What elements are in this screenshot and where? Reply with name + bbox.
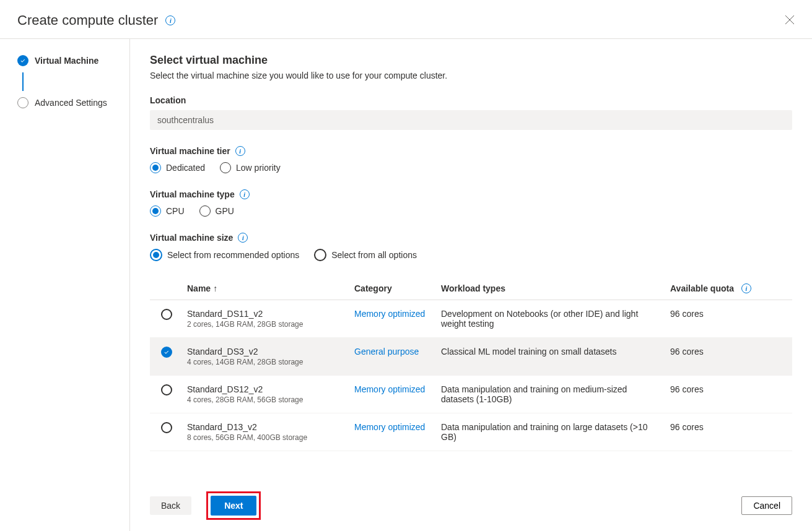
vm-specs: 4 cores, 28GB RAM, 56GB storage — [187, 395, 354, 404]
vm-specs: 4 cores, 14GB RAM, 28GB storage — [187, 358, 354, 366]
back-button[interactable]: Back — [150, 496, 191, 515]
modal-header: Create compute cluster i — [0, 0, 812, 39]
vm-category[interactable]: Memory optimized — [354, 422, 425, 432]
radio-label: Select from recommended options — [167, 250, 299, 260]
info-icon[interactable]: i — [235, 146, 245, 156]
section-subtitle: Select the virtual machine size you woul… — [150, 71, 792, 80]
radio-label: Dedicated — [166, 163, 205, 173]
size-option-recommended[interactable]: Select from recommended options — [150, 249, 299, 261]
type-option-gpu[interactable]: GPU — [199, 205, 234, 217]
vm-name: Standard_D13_v2 — [187, 422, 354, 432]
tier-option-low-priority[interactable]: Low priority — [220, 162, 281, 173]
step-label: Virtual Machine — [35, 56, 98, 66]
vm-name: Standard_DS11_v2 — [187, 309, 354, 319]
radio-icon — [150, 162, 161, 173]
section-heading: Select virtual machine — [150, 54, 792, 67]
step-virtual-machine[interactable]: Virtual Machine — [17, 51, 129, 70]
col-category[interactable]: Category — [354, 283, 441, 293]
row-radio[interactable] — [161, 347, 172, 358]
vm-category[interactable]: Memory optimized — [354, 309, 425, 319]
row-radio[interactable] — [161, 309, 172, 320]
location-label: Location — [150, 95, 792, 105]
info-icon[interactable]: i — [165, 15, 175, 25]
vm-workload: Data manipulation and training on large … — [441, 422, 670, 442]
radio-label: CPU — [166, 206, 185, 216]
footer: Back Next Cancel — [130, 483, 812, 531]
vm-workload: Development on Notebooks (or other IDE) … — [441, 309, 670, 329]
radio-label: GPU — [216, 206, 234, 216]
vm-category[interactable]: General purpose — [354, 347, 419, 356]
row-radio[interactable] — [161, 384, 172, 395]
tier-label: Virtual machine tier — [150, 146, 230, 156]
type-option-cpu[interactable]: CPU — [150, 205, 185, 217]
row-radio[interactable] — [161, 422, 172, 433]
sort-asc-icon: ↑ — [213, 283, 217, 293]
table-row[interactable]: Standard_DS11_v22 cores, 14GB RAM, 28GB … — [150, 300, 792, 338]
vm-specs: 8 cores, 56GB RAM, 400GB storage — [187, 433, 354, 442]
tier-option-dedicated[interactable]: Dedicated — [150, 162, 205, 173]
page-title: Create compute cluster — [17, 12, 158, 28]
vm-size-table: Name↑ Category Workload types Available … — [150, 277, 792, 451]
info-icon[interactable]: i — [741, 283, 751, 293]
radio-icon — [150, 249, 162, 261]
vm-specs: 2 cores, 14GB RAM, 28GB storage — [187, 320, 354, 329]
table-row[interactable]: Standard_DS12_v24 cores, 28GB RAM, 56GB … — [150, 376, 792, 413]
vm-quota: 96 cores — [670, 347, 788, 356]
location-input: southcentralus — [150, 110, 792, 130]
cancel-button[interactable]: Cancel — [741, 496, 792, 515]
check-icon — [17, 55, 28, 66]
close-button[interactable] — [785, 15, 795, 27]
radio-icon — [150, 205, 161, 217]
next-button[interactable]: Next — [211, 496, 256, 516]
vm-name: Standard_DS3_v2 — [187, 347, 354, 356]
radio-icon — [220, 162, 231, 173]
table-row[interactable]: Standard_DS3_v24 cores, 14GB RAM, 28GB s… — [150, 338, 792, 376]
radio-icon — [199, 205, 211, 217]
step-connector — [22, 72, 24, 91]
step-label: Advanced Settings — [35, 98, 107, 108]
vm-quota: 96 cores — [670, 309, 788, 319]
vm-quota: 96 cores — [670, 422, 788, 432]
circle-icon — [17, 97, 28, 108]
table-row[interactable]: Standard_D13_v28 cores, 56GB RAM, 400GB … — [150, 413, 792, 451]
vm-name: Standard_DS12_v2 — [187, 384, 354, 394]
col-name[interactable]: Name↑ — [187, 283, 354, 293]
wizard-sidebar: Virtual Machine Advanced Settings — [0, 39, 130, 531]
vm-workload: Classical ML model training on small dat… — [441, 347, 670, 356]
highlight-annotation: Next — [206, 491, 261, 520]
radio-icon — [314, 249, 326, 261]
radio-label: Select from all options — [331, 250, 417, 260]
vm-category[interactable]: Memory optimized — [354, 384, 425, 394]
col-quota[interactable]: Available quota — [670, 283, 734, 293]
step-advanced-settings[interactable]: Advanced Settings — [17, 93, 129, 112]
info-icon[interactable]: i — [238, 233, 248, 243]
vm-workload: Data manipulation and training on medium… — [441, 384, 670, 404]
main-content: Select virtual machine Select the virtua… — [130, 39, 812, 483]
type-label: Virtual machine type — [150, 189, 235, 199]
size-option-all[interactable]: Select from all options — [314, 249, 417, 261]
size-label: Virtual machine size — [150, 233, 233, 243]
vm-quota: 96 cores — [670, 384, 788, 394]
col-workload[interactable]: Workload types — [441, 283, 670, 293]
radio-label: Low priority — [236, 163, 281, 173]
info-icon[interactable]: i — [240, 189, 250, 199]
